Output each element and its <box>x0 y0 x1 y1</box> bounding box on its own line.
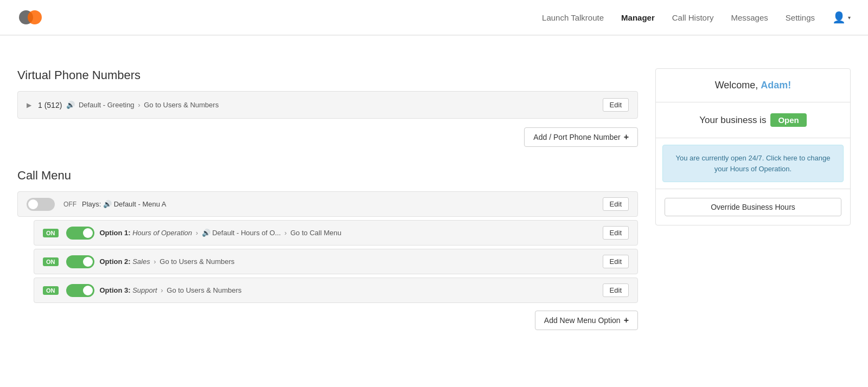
nav-call-history[interactable]: Call History <box>672 13 714 22</box>
chevron-down-icon: ▾ <box>848 15 851 21</box>
override-section: Override Business Hours <box>656 189 850 225</box>
phone-number: 1 (512) <box>38 101 62 109</box>
option-1-left: ON Option 1: Hours of Operation › 🔊 Defa… <box>43 227 341 240</box>
option-2-edit-button[interactable]: Edit <box>603 255 629 268</box>
svg-point-1 <box>28 10 42 24</box>
add-port-label: Add / Port Phone Number <box>533 133 620 141</box>
main-content: Virtual Phone Numbers ▶ 1 (512) 🔊 Defaul… <box>0 47 868 352</box>
option-2-detail: Option 2: Sales › Go to Users & Numbers <box>100 257 235 266</box>
option-1-detail: Option 1: Hours of Operation › 🔊 Default… <box>100 229 342 237</box>
option-1-slider <box>66 227 94 240</box>
option-1-destination: Go to Call Menu <box>290 229 341 237</box>
option-3-detail: Option 3: Support › Go to Users & Number… <box>100 286 242 294</box>
option-3-destination: Go to Users & Numbers <box>167 286 241 294</box>
add-menu-container: Add New Menu Option + <box>17 306 638 330</box>
option-3-on-label: ON <box>43 286 59 295</box>
option-2-label: Option 2: <box>100 257 131 266</box>
call-menu-title: Call Menu <box>17 169 638 183</box>
call-menu-toggle[interactable] <box>27 198 55 211</box>
virtual-numbers-title: Virtual Phone Numbers <box>17 68 638 82</box>
greeting-info: 🔊 Default - Greeting › Go to Users & Num… <box>66 101 219 109</box>
option-1-row: ON Option 1: Hours of Operation › 🔊 Defa… <box>34 220 638 246</box>
option-2-toggle[interactable] <box>66 255 94 268</box>
phone-entry-edit-button[interactable]: Edit <box>603 98 629 112</box>
call-menu-section: Call Menu OFF Plays: 🔊 Default - Menu A … <box>17 169 638 330</box>
option-2-slider <box>66 255 94 268</box>
option-3-slider <box>66 284 94 297</box>
option-2-left: ON Option 2: Sales › Go to Users & Numbe… <box>43 255 234 268</box>
option-1-toggle[interactable] <box>66 227 94 240</box>
right-panel: Welcome, Adam! Your business is Open You… <box>655 68 851 330</box>
add-port-button[interactable]: Add / Port Phone Number + <box>524 127 638 147</box>
navbar: Launch Talkroute Manager Call History Me… <box>0 0 868 35</box>
logo[interactable] <box>17 6 43 29</box>
welcome-header: Welcome, Adam! <box>656 69 850 102</box>
destination-text: Go to Users & Numbers <box>144 101 219 109</box>
call-menu-edit-button[interactable]: Edit <box>603 197 629 211</box>
user-menu[interactable]: 👤 ▾ <box>832 11 851 24</box>
option-3-row: ON Option 3: Support › Go to Users & Num… <box>34 278 638 303</box>
business-prefix: Your business is <box>699 115 766 126</box>
option-1-arrow2: › <box>284 229 289 237</box>
option-2-arrow: › <box>154 257 158 266</box>
option-3-edit-button[interactable]: Edit <box>603 283 629 297</box>
option-3-label: Option 3: <box>100 286 131 294</box>
add-menu-plus-icon: + <box>624 315 629 325</box>
phone-entry-row: ▶ 1 (512) 🔊 Default - Greeting › Go to U… <box>17 91 638 119</box>
nav-settings[interactable]: Settings <box>786 13 815 22</box>
option-3-name: Support <box>132 286 157 294</box>
left-panel: Virtual Phone Numbers ▶ 1 (512) 🔊 Defaul… <box>17 68 638 330</box>
toggle-slider <box>27 198 55 211</box>
option-3-toggle[interactable] <box>66 284 94 297</box>
open-badge: Open <box>770 113 806 127</box>
navbar-links: Launch Talkroute Manager Call History Me… <box>542 11 851 24</box>
option-1-label: Option 1: <box>100 229 131 237</box>
virtual-phone-numbers-section: Virtual Phone Numbers ▶ 1 (512) 🔊 Defaul… <box>17 68 638 147</box>
welcome-username: Adam! <box>761 80 791 91</box>
option-3-left: ON Option 3: Support › Go to Users & Num… <box>43 284 241 297</box>
option-3-arrow: › <box>161 286 165 294</box>
menu-row-left: OFF Plays: 🔊 Default - Menu A <box>27 198 166 211</box>
option-1-edit-button[interactable]: Edit <box>603 226 629 240</box>
nav-messages[interactable]: Messages <box>731 13 768 22</box>
call-menu-off-label: OFF <box>63 201 76 208</box>
add-menu-option-button[interactable]: Add New Menu Option + <box>535 311 638 330</box>
plays-menu-name: Default - Menu A <box>114 200 167 208</box>
option-1-on-label: ON <box>43 229 59 237</box>
play-icon[interactable]: ▶ <box>27 101 31 109</box>
phone-row-left: ▶ 1 (512) 🔊 Default - Greeting › Go to U… <box>27 101 219 109</box>
user-icon: 👤 <box>832 11 846 24</box>
plus-icon: + <box>624 132 629 142</box>
option-1-detail-text: Default - Hours of O... <box>212 229 280 237</box>
call-menu-plays-info: Plays: 🔊 Default - Menu A <box>82 200 166 208</box>
add-menu-label: Add New Menu Option <box>544 316 621 325</box>
option-2-row: ON Option 2: Sales › Go to Users & Numbe… <box>34 249 638 274</box>
option-1-arrow1: › <box>196 229 200 237</box>
welcome-card: Welcome, Adam! Your business is Open You… <box>655 68 851 225</box>
nav-launch[interactable]: Launch Talkroute <box>542 13 604 22</box>
plays-label: Plays: <box>82 200 101 208</box>
hours-info-link[interactable]: You are currently open 24/7. Click here … <box>662 145 844 182</box>
add-port-container: Add / Port Phone Number + <box>17 123 638 147</box>
option-1-name: Hours of Operation <box>132 229 192 237</box>
nav-manager[interactable]: Manager <box>621 13 655 22</box>
arrow-icon: › <box>138 101 142 109</box>
business-status: Your business is Open <box>656 102 850 138</box>
option-2-on-label: ON <box>43 257 59 266</box>
sound-icon: 🔊 <box>66 101 75 109</box>
option-2-name: Sales <box>132 257 150 266</box>
plays-sound-icon: 🔊 <box>103 200 112 208</box>
override-business-hours-button[interactable]: Override Business Hours <box>665 198 841 216</box>
welcome-prefix: Welcome, <box>715 80 761 91</box>
call-menu-main-row: OFF Plays: 🔊 Default - Menu A Edit <box>17 191 638 217</box>
option-2-destination: Go to Users & Numbers <box>159 257 234 266</box>
greeting-text: Default - Greeting <box>79 101 135 109</box>
option-1-sound: 🔊 <box>202 229 210 237</box>
